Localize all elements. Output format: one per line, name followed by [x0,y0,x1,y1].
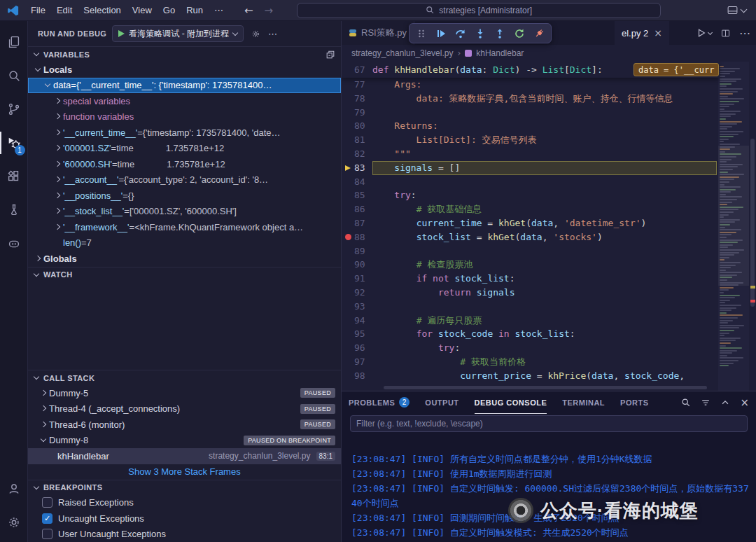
variable-row[interactable]: '__stock_list__' = ['000001.SZ', '600000… [28,204,341,220]
forward-icon[interactable]: → [265,4,274,17]
callstack-thread[interactable]: Dummy-8PAUSED ON BREAKPOINT [28,433,341,449]
debug-settings-gear-icon[interactable] [251,29,261,39]
more-actions-icon[interactable]: ⋯ [268,29,277,39]
back-icon[interactable]: ← [244,4,253,17]
variable-row[interactable]: '__account__' = {'account_type': 2, 'acc… [28,172,341,188]
gutter-glyph[interactable] [342,300,354,314]
show-more-frames-link[interactable]: Show 3 More Stack Frames [28,464,341,480]
run-python-file-button[interactable] [696,28,712,38]
chevron-right-icon[interactable] [52,162,63,166]
sidebar-item-copilot[interactable] [0,227,28,260]
breakpoint-item[interactable]: ✓Uncaught Exceptions [28,510,341,527]
disconnect-button[interactable] [530,25,548,43]
chevron-right-icon[interactable] [52,131,63,134]
chevron-right-icon[interactable] [52,194,63,197]
code-line[interactable]: 80 Returns: [342,119,717,133]
code-line[interactable]: 95 for stock_code in stock_list: [342,327,717,341]
chevron-down-icon[interactable] [38,439,49,441]
menu-item[interactable]: Go [158,3,181,18]
continue-button[interactable] [432,25,450,43]
gutter-glyph[interactable] [342,314,354,328]
variable-row[interactable]: '__current_time__' = {'timestamp': 17357… [28,125,341,141]
chevron-right-icon[interactable] [52,146,63,150]
step-into-button[interactable] [471,25,489,43]
code-line[interactable]: 93 [342,300,717,314]
checkbox[interactable]: ✓ [42,513,52,524]
step-out-button[interactable] [491,25,509,43]
watch-header[interactable]: WATCH [28,267,341,282]
gutter-glyph[interactable] [342,106,354,120]
code-line[interactable]: 87 current_time = khGet(data, 'datetime_… [342,216,717,230]
menu-item[interactable]: View [127,3,158,18]
gutter-glyph[interactable] [342,258,354,272]
tab-strategy-chanlun[interactable]: el.py 2 × [615,21,669,45]
checkbox[interactable] [42,529,52,539]
variable-row[interactable]: '__positions__' = {} [28,188,341,204]
vertical-scrollbar[interactable] [749,62,756,391]
console-filter-input[interactable] [350,415,748,432]
sidebar-item-search[interactable] [0,59,28,92]
gutter-glyph[interactable] [342,147,354,161]
drag-handle[interactable] [412,25,430,43]
chevron-right-icon[interactable] [38,391,49,395]
breakpoint-item[interactable]: User Uncaught Exceptions [28,527,341,542]
menu-item[interactable]: ⋯ [209,3,229,18]
variable-row[interactable]: '000001.SZ' = time1.735781e+12 [28,141,341,157]
breakpoint-dot[interactable] [342,230,354,244]
restart-button[interactable] [510,25,528,43]
menu-item[interactable]: Edit [51,3,78,18]
menu-item[interactable]: Run [181,3,209,18]
code-line[interactable]: 90 # 检查股票池 [342,258,717,272]
chevron-right-icon[interactable] [38,423,49,426]
horizontal-scrollbar[interactable] [384,386,707,389]
code-line[interactable]: 94 # 遍历每只股票 [342,314,717,328]
close-panel-icon[interactable]: × [740,396,749,409]
variable-row[interactable]: '__framework__' = <khFrame.KhQuantFramew… [28,219,341,235]
breadcrumb-file[interactable]: strategy_chanlun_3level.py [351,48,453,58]
code-line[interactable]: 78 data: 策略数据字典,包含当前时间、账户、持仓、行情等信息 [342,92,717,106]
breakpoints-header[interactable]: BREAKPOINTS [28,480,341,495]
filter-lines-icon[interactable] [701,398,710,408]
code-line[interactable]: 97 # 获取当前价格 [342,355,717,369]
code-editor[interactable]: 67 def khHandlebar(data: Dict) -> List[D… [342,62,756,391]
gutter-glyph[interactable] [342,92,354,106]
sidebar-item-testing[interactable] [0,193,28,227]
sticky-scroll-line[interactable]: 67 def khHandlebar(data: Dict) -> List[D… [342,62,720,78]
panel-tab-terminal[interactable]: TERMINAL [562,391,605,414]
variable-row[interactable]: special variables [28,93,341,109]
tab-rsi-strategy[interactable]: RSI策略.py [342,21,414,45]
gutter-glyph[interactable] [342,244,354,258]
callstack-thread[interactable]: Thread-4 (_accept_connections)PAUSED [28,401,341,417]
code-line[interactable]: 79 [342,106,717,120]
code-line[interactable]: 89 [342,244,717,258]
layout-panel-icon[interactable] [727,4,738,16]
more-actions-icon[interactable]: ⋯ [739,27,750,40]
breadcrumb[interactable]: strategy_chanlun_3level.py › khHandlebar [342,45,756,62]
chevron-right-icon[interactable] [52,99,63,103]
panel-tab-debug-console[interactable]: DEBUG CONSOLE [475,391,547,414]
gutter-glyph[interactable] [342,341,354,355]
gutter-glyph[interactable] [342,286,354,300]
chevron-right-icon[interactable] [52,225,63,229]
panel-tab-problems[interactable]: PROBLEMS2 [349,391,410,414]
chevron-right-icon[interactable] [52,178,63,181]
maximize-panel-icon[interactable] [720,398,730,408]
sidebar-item-run-debug[interactable]: 1 [0,126,28,160]
collapse-all-icon[interactable] [326,50,335,60]
code-line[interactable]: 88 stock_list = khGet(data, 'stocks') [342,230,717,244]
variable-row[interactable]: data = {'__current_time__': {'timestamp'… [28,78,341,94]
current-line-arrow[interactable] [342,161,354,175]
settings-button[interactable] [0,506,28,539]
chevron-right-icon[interactable] [52,115,63,118]
search-icon[interactable] [681,398,691,408]
chevron-down-icon[interactable] [32,69,43,71]
gutter-glyph[interactable] [342,175,354,189]
breakpoint-item[interactable]: Raised Exceptions [28,495,341,511]
variable-row[interactable]: len() = 7 [28,235,341,251]
minimap-slider[interactable] [718,146,749,286]
stack-frame-row[interactable]: khHandlebar strategy_chanlun_3level.py 8… [28,448,341,464]
chevron-right-icon[interactable] [32,257,43,260]
code-line[interactable]: 98 current_price = khPrice(data, stock_c… [342,369,717,383]
gutter-glyph[interactable] [342,119,354,133]
callstack-thread[interactable]: Thread-6 (monitor)PAUSED [28,417,341,433]
